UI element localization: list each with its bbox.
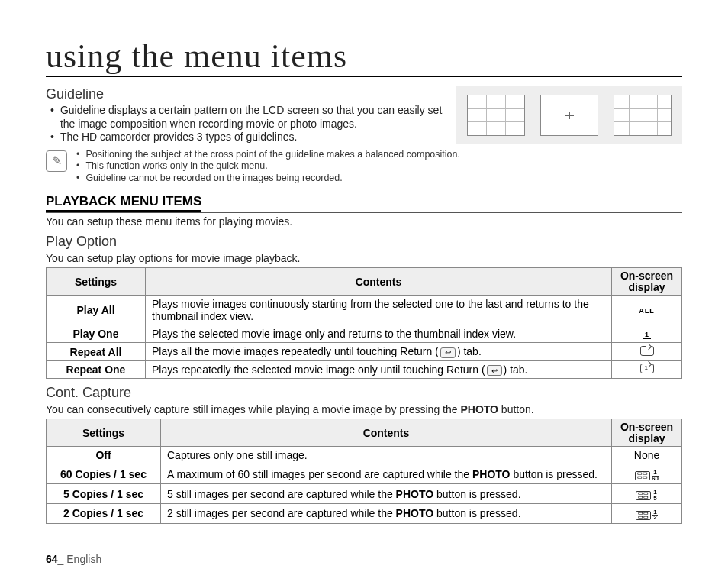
page-title: using the menu items — [46, 37, 682, 77]
content-cell: Plays the selected movie image only and … — [146, 325, 612, 343]
col-settings: Settings — [47, 268, 146, 296]
osd-cell: ALL — [612, 296, 682, 325]
content-cell: Plays repeatedly the selected movie imag… — [146, 360, 612, 378]
setting-cell: Repeat All — [47, 343, 146, 360]
guideline-note: This function works only in the quick me… — [75, 160, 460, 173]
guideline-bullets: Guideline displays a certain pattern on … — [49, 104, 447, 144]
col-osd: On-screen display — [612, 268, 682, 296]
cont-capture-table: Settings Contents On-screen display Off … — [46, 419, 682, 524]
setting-cell: Repeat One — [47, 360, 146, 378]
play-option-table: Settings Contents On-screen display Play… — [46, 267, 682, 379]
cont-capture-intro: You can consecutively capture still imag… — [46, 403, 682, 415]
content-cell: Plays all the movie images repeatedly un… — [146, 343, 612, 360]
content-cell: A maximum of 60 still images per second … — [161, 464, 612, 484]
guideline-bullet: The HD camcorder provides 3 types of gui… — [49, 131, 447, 144]
guideline-note: Guideline cannot be recorded on the imag… — [75, 173, 460, 185]
guideline-graphics — [456, 86, 682, 144]
setting-cell: Play All — [47, 296, 146, 325]
osd-cell: ▭▭▭▭12 — [612, 503, 682, 523]
guideline-notes: Positioning the subject at the cross poi… — [75, 149, 460, 185]
col-contents: Contents — [161, 419, 612, 447]
guideline-note: Positioning the subject at the cross poi… — [75, 149, 460, 161]
setting-cell: 60 Copies / 1 sec — [47, 464, 161, 484]
table-row: Play One Plays the selected movie image … — [47, 325, 682, 343]
col-osd: On-screen display — [612, 419, 682, 447]
content-cell: 5 still images per second are captured w… — [161, 484, 612, 504]
play-option-heading: Play Option — [46, 234, 682, 250]
play-all-icon: ALL — [639, 307, 655, 315]
setting-cell: 2 Copies / 1 sec — [47, 503, 161, 523]
repeat-one-icon — [640, 364, 654, 373]
col-settings: Settings — [47, 419, 161, 447]
osd-cell: 1 — [612, 325, 682, 343]
note-icon: ✎ — [46, 150, 67, 172]
col-contents: Contents — [146, 268, 612, 296]
content-cell: 2 still images per second are captured w… — [161, 503, 612, 523]
repeat-all-icon — [640, 346, 654, 356]
guideline-heading: Guideline — [46, 86, 447, 102]
content-cell: Captures only one still image. — [161, 447, 612, 464]
osd-cell — [612, 360, 682, 378]
table-row: 60 Copies / 1 sec A maximum of 60 still … — [47, 464, 682, 484]
cont-capture-heading: Cont. Capture — [46, 385, 682, 401]
osd-cell — [612, 343, 682, 360]
guideline-bullet: Guideline displays a certain pattern on … — [49, 104, 447, 131]
return-icon: ↩ — [440, 347, 456, 358]
guideline-icon-grid — [614, 95, 672, 136]
table-row: Off Captures only one still image. None — [47, 447, 682, 464]
table-row: Repeat All Plays all the movie images re… — [47, 343, 682, 360]
table-row: 2 Copies / 1 sec 2 still images per seco… — [47, 503, 682, 523]
table-row: 5 Copies / 1 sec 5 still images per seco… — [47, 484, 682, 504]
guideline-icon-cross — [540, 95, 598, 136]
play-option-intro: You can setup play options for movie ima… — [46, 252, 682, 264]
capture-rate-icon: ▭▭▭▭12 — [636, 510, 657, 521]
return-icon: ↩ — [487, 365, 502, 376]
setting-cell: Play One — [47, 325, 146, 343]
page-footer: 64_ English — [46, 553, 101, 565]
setting-cell: Off — [47, 447, 161, 464]
playback-heading: PLAYBACK MENU ITEMS — [46, 195, 682, 213]
osd-cell: ▭▭▭▭15 — [612, 484, 682, 504]
table-row: Repeat One Plays repeatedly the selected… — [47, 360, 682, 378]
osd-cell: None — [612, 447, 682, 464]
playback-intro: You can setup these menu items for playi… — [46, 215, 682, 228]
capture-rate-icon: ▭▭▭▭15 — [636, 490, 657, 501]
osd-cell: ▭▭▭▭160 — [612, 464, 682, 484]
play-one-icon: 1 — [643, 331, 650, 339]
content-cell: Plays movie images continuously starting… — [146, 296, 612, 325]
table-row: Play All Plays movie images continuously… — [47, 296, 682, 325]
capture-rate-icon: ▭▭▭▭160 — [635, 470, 659, 481]
setting-cell: 5 Copies / 1 sec — [47, 484, 161, 504]
guideline-icon-thirds — [467, 95, 525, 136]
